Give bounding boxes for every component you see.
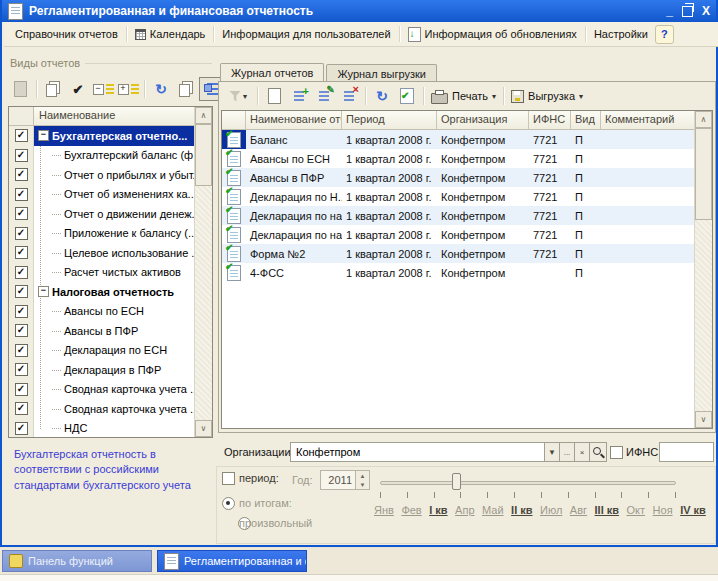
table-header-col[interactable]: Организация	[437, 111, 529, 129]
choose-button[interactable]: ...	[559, 442, 575, 462]
tree-item-checkbox[interactable]: ✓	[15, 149, 28, 162]
export-button[interactable]: Выгрузка ▾	[508, 84, 586, 108]
tree-item-checkbox[interactable]: ✓	[15, 285, 28, 298]
menu-item-user-info[interactable]: Информация для пользователей	[215, 25, 397, 43]
table-scrollbar[interactable]: ∧ ∨	[694, 111, 712, 428]
tree-item-checkbox[interactable]: ✓	[15, 363, 28, 376]
clear-button[interactable]: ×	[574, 442, 590, 462]
minimize-button[interactable]: _	[666, 4, 673, 18]
tree-item[interactable]: ✓Расчет чистых активов	[9, 263, 194, 283]
close-button[interactable]: X	[702, 4, 710, 18]
tree-item-checkbox[interactable]: ✓	[15, 188, 28, 201]
period-link[interactable]: Фев	[401, 504, 421, 516]
period-slider-thumb[interactable]	[452, 473, 461, 490]
tree-item-checkbox[interactable]: ✓	[15, 305, 28, 318]
tree-item[interactable]: ✓−Налоговая отчетность	[9, 282, 194, 302]
refresh-button[interactable]: ↻	[149, 77, 173, 101]
tree-item-checkbox[interactable]: ✓	[15, 129, 28, 142]
period-link[interactable]: I кв	[429, 504, 447, 516]
table-row[interactable]: Форма №21 квартал 2008 г.Конфетпром7721П	[222, 244, 694, 263]
add-row-button[interactable]: +	[287, 84, 311, 108]
menu-item-settings[interactable]: Настройки	[587, 25, 655, 43]
organization-combobox[interactable]: Конфетпром ▼ ... ×	[290, 442, 607, 462]
tree-item[interactable]: ✓Декларация в ПФР	[9, 360, 194, 380]
table-row[interactable]: Декларация по на...1 квартал 2008 г.Конф…	[222, 206, 694, 225]
filter-button[interactable]: ▾	[223, 84, 253, 108]
year-spinner[interactable]: 2011 ▲ ▼	[320, 470, 370, 490]
tree-collapse-icon[interactable]: −	[38, 286, 49, 297]
spinner-down-icon[interactable]: ▼	[356, 480, 369, 489]
menu-item-reports-directory[interactable]: Справочник отчетов	[8, 25, 125, 43]
tree-item-checkbox[interactable]: ✓	[15, 168, 28, 181]
period-link[interactable]: Янв	[374, 504, 394, 516]
tree-item[interactable]: ✓Бухгалтерский баланс (ф...	[9, 146, 194, 166]
scroll-up-icon[interactable]: ∧	[695, 111, 712, 128]
tree-item[interactable]: ✓Целевое использование ...	[9, 243, 194, 263]
restore-button[interactable]	[682, 6, 693, 17]
delete-row-button[interactable]: ×	[337, 84, 361, 108]
year-value[interactable]: 2011	[321, 471, 355, 489]
tree-item-checkbox[interactable]: ✓	[15, 246, 28, 259]
period-checkbox[interactable]	[222, 472, 235, 485]
search-button[interactable]	[589, 442, 607, 462]
scroll-down-icon[interactable]: ∨	[195, 420, 212, 437]
refresh-journal-button[interactable]: ↻	[370, 84, 394, 108]
table-row[interactable]: Авансы в ПФР1 квартал 2008 г.Конфетпром7…	[222, 168, 694, 187]
help-button[interactable]: ?	[655, 25, 674, 44]
tree-item-checkbox[interactable]: ✓	[15, 383, 28, 396]
scrollbar-track[interactable]	[695, 128, 712, 411]
tree-header-name[interactable]: Наименование	[34, 107, 194, 125]
scroll-up-icon[interactable]: ∧	[195, 107, 212, 124]
scroll-down-icon[interactable]: ∨	[695, 411, 712, 428]
tree-item[interactable]: ✓−Бухгалтерская отчетно...	[9, 126, 194, 146]
menu-item-update-info[interactable]: Информация об обновлениях	[401, 24, 584, 45]
tree-item[interactable]: ✓Отчет об изменениях ка...	[9, 185, 194, 205]
edit-row-button[interactable]: ✎	[312, 84, 336, 108]
tree-item-checkbox[interactable]: ✓	[15, 324, 28, 337]
table-header-col[interactable]: ИФНС	[529, 111, 571, 129]
tree-item-checkbox[interactable]: ✓	[15, 422, 28, 435]
tree-item[interactable]: ✓Сводная карточка учета ...	[9, 399, 194, 419]
table-header-col[interactable]: Комментарий	[601, 111, 694, 129]
period-slider-track[interactable]	[380, 481, 676, 485]
tree-item[interactable]: ✓НДС	[9, 419, 194, 438]
table-row[interactable]: Авансы по ЕСН1 квартал 2008 г.Конфетпром…	[222, 149, 694, 168]
table-header-col[interactable]: Период	[342, 111, 437, 129]
menu-item-calendar[interactable]: Календарь	[128, 25, 213, 43]
table-header-col[interactable]: Наименование отч...	[246, 111, 342, 129]
tree-item[interactable]: ✓Отчет о движении денеж...	[9, 204, 194, 224]
mark-button[interactable]: ✔	[66, 77, 90, 101]
table-row[interactable]: Баланс1 квартал 2008 г.Конфетпром7721П	[222, 130, 694, 149]
tree-item-checkbox[interactable]: ✓	[15, 266, 28, 279]
period-link[interactable]: Июл	[540, 504, 562, 516]
period-link[interactable]: Апр	[455, 504, 474, 516]
tree-item-checkbox[interactable]: ✓	[15, 344, 28, 357]
organization-value[interactable]: Конфетпром	[290, 442, 545, 462]
period-link[interactable]: Май	[482, 504, 504, 516]
scrollbar-thumb[interactable]	[195, 124, 212, 186]
by-results-radio[interactable]	[222, 497, 235, 510]
taskbar-button-function-panel[interactable]: Панель функций	[2, 550, 152, 572]
period-link[interactable]: Окт	[627, 504, 646, 516]
tree-item[interactable]: ✓Отчет о прибылях и убыт...	[9, 165, 194, 185]
tree-item-checkbox[interactable]: ✓	[15, 207, 28, 220]
ifns-checkbox[interactable]	[610, 446, 623, 459]
new-report-type-button[interactable]	[8, 77, 32, 101]
dropdown-arrow-icon[interactable]: ▼	[544, 442, 560, 462]
scrollbar-thumb[interactable]	[695, 128, 712, 220]
tree-item[interactable]: ✓Авансы в ПФР	[9, 321, 194, 341]
new-report-button[interactable]	[262, 84, 286, 108]
pages-button[interactable]	[174, 77, 198, 101]
tree-item[interactable]: ✓Сводная карточка учета ...	[9, 380, 194, 400]
post-document-button[interactable]	[395, 84, 419, 108]
period-link[interactable]: Авг	[570, 504, 587, 516]
period-link[interactable]: IV кв	[680, 504, 706, 516]
table-row[interactable]: Декларация по Н...1 квартал 2008 г.Конфе…	[222, 187, 694, 206]
table-header-col[interactable]: Вид	[571, 111, 601, 129]
period-link[interactable]: Ноя	[653, 504, 673, 516]
print-button[interactable]: Печать ▾	[428, 84, 499, 108]
tree-collapse-icon[interactable]: −	[38, 130, 49, 141]
taskbar-button-regulated-reporting[interactable]: Регламентированная и фин...	[157, 550, 307, 572]
period-link[interactable]: III кв	[595, 504, 620, 516]
tree-item-checkbox[interactable]: ✓	[15, 227, 28, 240]
